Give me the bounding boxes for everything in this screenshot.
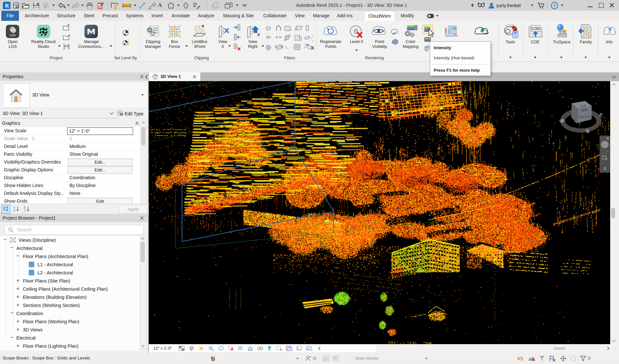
- svg-text:?: ?: [608, 27, 611, 34]
- svg-text:X: X: [257, 33, 260, 37]
- svg-text:1: 1: [154, 3, 155, 6]
- svg-text:FRONT: FRONT: [578, 114, 592, 120]
- svg-text:A: A: [24, 209, 26, 212]
- svg-text:R: R: [5, 3, 9, 9]
- svg-text:0: 0: [354, 27, 358, 36]
- svg-text:Z: Z: [13, 209, 15, 212]
- svg-text:LGS: LGS: [9, 34, 16, 37]
- svg-text:?: ?: [553, 3, 556, 8]
- svg-text:2: 2: [445, 28, 446, 32]
- svg-text:COE: COE: [531, 26, 540, 31]
